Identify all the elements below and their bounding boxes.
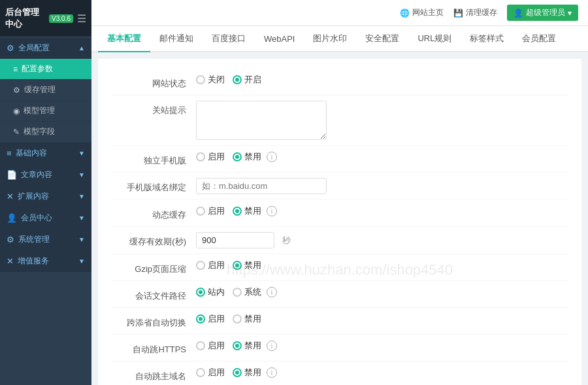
sidebar-section-value-services: ✕ 增值服务 ▼ <box>0 250 91 272</box>
gzip-disable-radio[interactable] <box>233 261 242 270</box>
tab-email-notify[interactable]: 邮件通知 <box>150 26 203 52</box>
dynamic-cache-info-icon[interactable]: i <box>267 206 277 216</box>
sidebar-section-global-config: ⚙ 全局配置 ▲ ≡ 配置参数 ⚙ 缓存管理 ◉ 模型管理 ✎ 模型字段 <box>0 37 91 142</box>
tab-security-config[interactable]: 安全配置 <box>356 26 408 52</box>
sidebar-section-header-member-center[interactable]: 👤 会员中心 ▼ <box>0 207 91 229</box>
mobile-version-info-icon[interactable]: i <box>267 152 277 162</box>
cross-domain-enable-radio[interactable] <box>196 314 205 324</box>
sidebar-section-header-article-content[interactable]: 📄 文章内容 ▼ <box>0 164 91 186</box>
dynamic-cache-disable-option[interactable]: 禁用 <box>233 205 261 217</box>
dynamic-cache-disable-radio[interactable] <box>233 207 242 216</box>
tab-web-api[interactable]: WebAPI <box>255 27 304 52</box>
dynamic-cache-enable-option[interactable]: 启用 <box>196 205 225 217</box>
site-status-on-radio[interactable] <box>233 75 242 84</box>
file-path-info-icon[interactable]: i <box>267 287 277 297</box>
app-title: 后台管理中心 <box>5 7 46 30</box>
auto-domain-control: 启用 禁用 i <box>196 367 568 378</box>
auto-https-disable-option[interactable]: 禁用 <box>233 340 261 352</box>
sidebar-section-header-extended-content[interactable]: ✕ 扩展内容 ▼ <box>0 186 91 207</box>
article-content-icon: 📄 <box>7 170 17 180</box>
tab-url-rules[interactable]: URL规则 <box>408 26 461 52</box>
close-tip-textarea[interactable] <box>196 101 327 140</box>
user-menu[interactable]: 👤 超级管理员 ▾ <box>507 5 578 21</box>
cache-manage-label: 缓存管理 <box>24 84 56 95</box>
tab-tag-style[interactable]: 标签样式 <box>461 26 513 52</box>
sidebar-toggle-button[interactable]: ☰ <box>77 12 86 25</box>
global-config-icon: ⚙ <box>7 43 14 53</box>
gzip-enable-option[interactable]: 启用 <box>196 259 225 271</box>
model-manage-icon: ◉ <box>13 107 20 116</box>
global-config-label: 全局配置 <box>18 42 50 54</box>
cache-expire-input[interactable] <box>196 232 274 248</box>
save-icon: 💾 <box>453 8 463 18</box>
auto-domain-disable-radio[interactable] <box>233 368 242 377</box>
mobile-domain-input[interactable] <box>196 178 327 194</box>
cross-domain-radio-group: 启用 禁用 <box>196 313 261 325</box>
site-status-off-option[interactable]: 关闭 <box>196 74 225 86</box>
auto-https-enable-option[interactable]: 启用 <box>196 340 225 352</box>
file-path-local-option[interactable]: 站内 <box>196 286 225 298</box>
mobile-version-disable-option[interactable]: 禁用 <box>233 151 261 163</box>
sidebar-item-cache-manage[interactable]: ⚙ 缓存管理 <box>0 80 91 101</box>
sidebar-section-header-global-config[interactable]: ⚙ 全局配置 ▲ <box>0 37 91 59</box>
auto-domain-enable-radio[interactable] <box>196 368 205 377</box>
form-row-mobile-version: 独立手机版 启用 禁用 i <box>111 146 568 173</box>
mobile-version-enable-option[interactable]: 启用 <box>196 151 225 163</box>
file-path-radio-group: 站内 系统 <box>196 286 261 298</box>
sidebar-section-system-manage: ⚙ 系统管理 ▼ <box>0 229 91 250</box>
form-row-gzip: Gzip页面压缩 启用 禁用 <box>111 254 568 281</box>
form-row-file-path: 会话文件路径 站内 系统 i <box>111 281 568 308</box>
gzip-enable-radio[interactable] <box>196 261 205 270</box>
file-path-control: 站内 系统 i <box>196 286 568 298</box>
auto-https-disable-radio[interactable] <box>233 341 242 350</box>
model-fields-label: 模型字段 <box>24 126 55 137</box>
auto-domain-enable-option[interactable]: 启用 <box>196 367 225 378</box>
file-path-system-radio[interactable] <box>233 288 242 297</box>
value-services-arrow: ▼ <box>78 258 85 265</box>
sidebar-item-model-fields[interactable]: ✎ 模型字段 <box>0 122 91 142</box>
auto-domain-radio-group: 启用 禁用 <box>196 367 261 378</box>
auto-https-info-icon[interactable]: i <box>267 341 277 351</box>
tab-image-watermark[interactable]: 图片水印 <box>304 26 356 52</box>
file-path-system-option[interactable]: 系统 <box>233 286 261 298</box>
sidebar-section-header-basic-content[interactable]: ≡ 基础内容 ▼ <box>0 142 91 164</box>
auto-domain-disable-label: 禁用 <box>244 367 261 378</box>
form-row-dynamic-cache: 动态缓存 启用 禁用 i <box>111 200 568 227</box>
mobile-version-enable-radio[interactable] <box>196 152 205 161</box>
cross-domain-disable-option[interactable]: 禁用 <box>233 313 261 325</box>
tab-member-config[interactable]: 会员配置 <box>513 26 565 52</box>
auto-domain-info-icon[interactable]: i <box>267 367 277 378</box>
close-tip-label: 关站提示 <box>111 101 196 116</box>
mobile-version-disable-radio[interactable] <box>233 152 242 161</box>
tab-basic-config[interactable]: 基本配置 <box>98 26 150 52</box>
cache-expire-unit: 秒 <box>282 235 291 246</box>
dynamic-cache-control: 启用 禁用 i <box>196 205 568 217</box>
site-status-control: 关闭 开启 <box>196 74 568 86</box>
sidebar-section-extended-content: ✕ 扩展内容 ▼ <box>0 186 91 207</box>
sidebar-item-config-params[interactable]: ≡ 配置参数 <box>0 59 91 80</box>
auto-https-radio-group: 启用 禁用 <box>196 340 261 352</box>
mobile-version-disable-label: 禁用 <box>244 151 261 163</box>
site-status-on-option[interactable]: 开启 <box>233 74 261 86</box>
sidebar-section-header-system-manage[interactable]: ⚙ 系统管理 ▼ <box>0 229 91 250</box>
dynamic-cache-enable-radio[interactable] <box>196 207 205 216</box>
value-services-icon: ✕ <box>7 256 14 266</box>
auto-https-enable-radio[interactable] <box>196 341 205 350</box>
gzip-disable-option[interactable]: 禁用 <box>233 259 261 271</box>
dynamic-cache-radio-group: 启用 禁用 <box>196 205 261 217</box>
site-status-off-radio[interactable] <box>196 75 205 84</box>
auto-domain-disable-option[interactable]: 禁用 <box>233 367 261 378</box>
sidebar-item-model-manage[interactable]: ◉ 模型管理 <box>0 101 91 122</box>
cache-link[interactable]: 💾 清理缓存 <box>453 7 497 18</box>
cross-domain-disable-radio[interactable] <box>233 314 242 324</box>
tab-baidu-interface[interactable]: 百度接口 <box>203 26 255 52</box>
globe-icon: 🌐 <box>400 8 410 18</box>
file-path-local-radio[interactable] <box>196 288 205 297</box>
sidebar-section-header-value-services[interactable]: ✕ 增值服务 ▼ <box>0 250 91 272</box>
gzip-control: 启用 禁用 <box>196 259 568 271</box>
home-link[interactable]: 🌐 网站主页 <box>400 7 444 18</box>
cross-domain-enable-option[interactable]: 启用 <box>196 313 225 325</box>
config-params-icon: ≡ <box>13 65 18 74</box>
mobile-domain-control <box>196 178 568 194</box>
form-row-cross-domain: 跨添省自动切换 启用 禁用 <box>111 308 568 335</box>
